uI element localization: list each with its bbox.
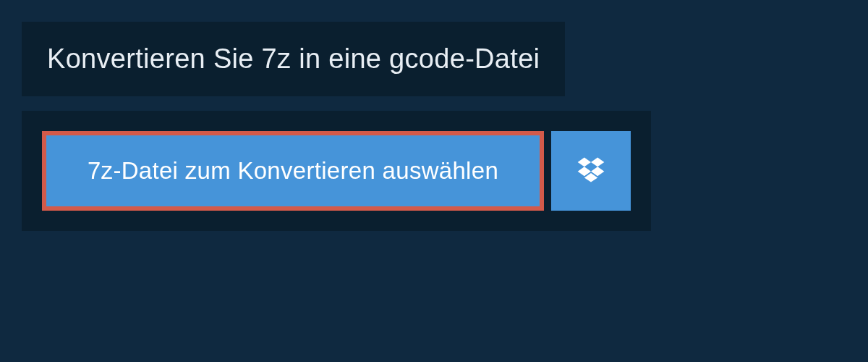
spacer — [0, 96, 868, 111]
header-bar: Konvertieren Sie 7z in eine gcode-Datei — [22, 22, 565, 96]
upload-panel: 7z-Datei zum Konvertieren auswählen — [22, 111, 651, 231]
dropbox-icon — [575, 153, 607, 188]
choose-file-label: 7z-Datei zum Konvertieren auswählen — [88, 157, 498, 185]
choose-file-button[interactable]: 7z-Datei zum Konvertieren auswählen — [42, 131, 544, 211]
page-title: Konvertieren Sie 7z in eine gcode-Datei — [47, 43, 540, 75]
dropbox-button[interactable] — [551, 131, 631, 211]
